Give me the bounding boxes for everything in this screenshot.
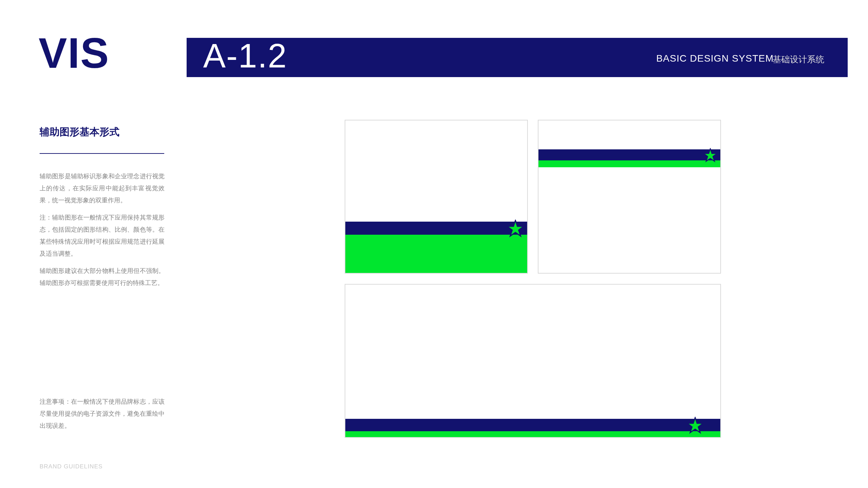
paragraph-1: 辅助图形是辅助标识形象和企业理念进行视觉上的传达，在实际应用中能起到丰富视觉效果… xyxy=(40,170,165,206)
section-title: 辅助图形基本形式 xyxy=(40,125,119,139)
svg-marker-0 xyxy=(507,221,524,236)
logo: VIS xyxy=(39,32,109,74)
header-code: A-1.2 xyxy=(203,36,287,76)
section-rule xyxy=(40,153,164,154)
svg-marker-1 xyxy=(704,149,717,161)
panel-c-navy-band xyxy=(345,419,721,431)
header-title-en: BASIC DESIGN SYSTEM xyxy=(656,53,774,64)
example-panel-a xyxy=(345,120,528,274)
panel-a-navy-band xyxy=(345,222,528,235)
example-panel-b xyxy=(538,120,721,274)
paragraph-2: 注：辅助图形在一般情况下应用保持其常规形态，包括固定的图形结构、比例、颜色等。在… xyxy=(40,212,165,260)
star-icon xyxy=(687,417,704,434)
paragraph-4: 注意事项：在一般情况下使用品牌标志，应该尽量使用提供的电子资源文件，避免在重绘中… xyxy=(40,396,165,432)
panel-b-navy-band xyxy=(538,149,721,160)
page: VIS A-1.2 BASIC DESIGN SYSTEM 基础设计系统 辅助图… xyxy=(0,0,868,488)
footer-brand: BRAND GUIDELINES xyxy=(40,463,103,470)
example-panel-c xyxy=(345,284,721,438)
panel-b-green-band xyxy=(538,160,721,167)
star-icon xyxy=(703,148,718,162)
panel-c-green-band xyxy=(345,431,721,438)
svg-marker-2 xyxy=(687,418,703,433)
paragraph-3: 辅助图形建议在大部分物料上使用但不强制。辅助图形亦可根据需要使用可行的特殊工艺。 xyxy=(40,265,165,289)
star-icon xyxy=(506,220,524,237)
header-title-cn: 基础设计系统 xyxy=(773,54,824,65)
panel-a-green-band xyxy=(345,235,528,274)
